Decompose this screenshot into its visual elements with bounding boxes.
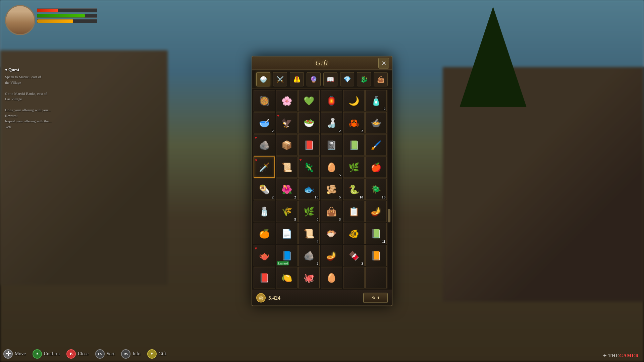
item-cell[interactable]: 🫚5 xyxy=(321,179,342,200)
gift-label: Gift xyxy=(159,351,166,357)
item-cell[interactable]: 🪔 xyxy=(365,201,387,222)
scrollbar-thumb[interactable] xyxy=(388,209,390,223)
item-cell[interactable]: 👜3 xyxy=(321,201,342,222)
item-quantity: 3 xyxy=(361,261,363,265)
item-cell[interactable]: 📦 xyxy=(276,134,298,156)
tab-consumables[interactable]: 🍚 xyxy=(256,72,270,86)
item-cell[interactable]: 🪨 xyxy=(254,134,275,156)
tab-materials[interactable]: 💎 xyxy=(340,72,354,86)
item-cell[interactable]: 📜 xyxy=(276,157,298,178)
scrollbar-track[interactable] xyxy=(387,90,390,289)
tab-accessories[interactable]: 🔮 xyxy=(307,72,321,86)
item-cell[interactable]: 🍎 xyxy=(365,157,387,178)
item-cell[interactable]: 🥚 xyxy=(321,267,342,289)
tab-armor[interactable]: 🦺 xyxy=(290,72,304,86)
item-cell[interactable]: 🥘 xyxy=(254,90,275,112)
item-quantity: 5 xyxy=(339,173,341,177)
item-cell[interactable]: 📜4 xyxy=(298,223,320,244)
item-quantity: 2 xyxy=(272,129,274,133)
item-icon: 🌸 xyxy=(276,90,297,111)
item-quantity: 10 xyxy=(315,195,318,199)
item-cell[interactable] xyxy=(343,267,365,289)
avatar xyxy=(5,5,35,35)
item-cell[interactable]: 🦅 xyxy=(276,112,298,134)
item-cell[interactable]: 📋 xyxy=(343,201,365,222)
item-icon: 🥚 xyxy=(321,267,342,288)
tab-weapons[interactable]: ⚔️ xyxy=(273,72,287,86)
item-icon: 📕 xyxy=(254,267,275,288)
item-cell[interactable]: 📄 xyxy=(276,223,298,244)
item-cell[interactable]: 🐙 xyxy=(298,267,320,289)
item-cell[interactable]: 🥗 xyxy=(298,112,320,134)
item-cell[interactable]: 🪨2 xyxy=(298,245,320,266)
dialog-title: Gift xyxy=(256,59,388,67)
item-cell[interactable]: 🌾5 xyxy=(276,201,298,222)
bottom-hud: ✛ Move A Confirm B Close LS Sort RS Info… xyxy=(3,349,166,359)
y-button-icon: Y xyxy=(147,349,157,359)
item-cell[interactable]: 🍫3 xyxy=(343,245,365,266)
item-cell[interactable]: 🧂 xyxy=(254,201,275,222)
item-icon: 🐡 xyxy=(321,223,342,244)
item-cell[interactable]: 🍶2 xyxy=(321,112,342,134)
item-cell[interactable]: 📓 xyxy=(321,134,342,156)
item-cell[interactable]: 🍊 xyxy=(254,223,275,244)
item-cell[interactable]: 🌙 xyxy=(343,90,365,112)
sort-button[interactable]: Sort xyxy=(363,293,388,303)
move-label: Move xyxy=(15,351,26,357)
item-cell[interactable]: 🌿6 xyxy=(298,201,320,222)
item-cell[interactable]: 📕 xyxy=(298,134,320,156)
item-cell[interactable]: 🪔 xyxy=(321,245,342,266)
tab-misc[interactable]: 👜 xyxy=(374,72,388,86)
coin-icon: ◎ xyxy=(256,293,266,303)
item-cell[interactable]: 🖌️ xyxy=(365,134,387,156)
stamina-bar-fill xyxy=(37,14,85,17)
item-cell[interactable]: 🐟10 xyxy=(298,179,320,200)
ki-bar xyxy=(37,19,97,23)
item-cell[interactable]: 🌸 xyxy=(276,90,298,112)
item-icon: 🍎 xyxy=(366,157,386,178)
item-cell[interactable]: 📘Learned xyxy=(276,245,298,266)
quest-panel: ♦ Quest Speak to Maruki, east of the Vil… xyxy=(5,67,106,129)
item-cell[interactable]: 🌯2 xyxy=(254,179,275,200)
item-quantity: 5 xyxy=(294,217,296,221)
item-cell[interactable]: 🫖 xyxy=(254,245,275,266)
item-cell[interactable]: 🦎 xyxy=(298,157,320,178)
item-quantity: 16 xyxy=(382,195,385,199)
tab-books[interactable]: 📖 xyxy=(323,72,337,86)
item-cell[interactable]: 🥚5 xyxy=(321,157,342,178)
item-cell[interactable]: 📕 xyxy=(254,267,275,289)
ls-button-icon: LS xyxy=(95,349,105,359)
item-cell[interactable]: 🏮 xyxy=(321,90,342,112)
item-cell[interactable]: 🧴2 xyxy=(365,90,387,112)
item-cell[interactable]: 💚 xyxy=(298,90,320,112)
item-icon: 🖌️ xyxy=(366,135,386,156)
b-button-icon: B xyxy=(66,349,76,359)
item-icon: 🐠 xyxy=(343,223,364,244)
item-cell[interactable]: 🐍10 xyxy=(343,179,365,200)
item-cell[interactable]: 🐡 xyxy=(321,223,342,244)
item-cell[interactable]: 🥣2 xyxy=(254,112,275,134)
item-cell[interactable]: 📗 xyxy=(343,134,365,156)
item-icon: 🍋 xyxy=(276,267,297,288)
item-cell[interactable]: 🍋 xyxy=(276,267,298,289)
tab-special[interactable]: 🐉 xyxy=(357,72,371,86)
item-cell[interactable]: 🪲16 xyxy=(365,179,387,200)
item-cell[interactable]: 🦀2 xyxy=(343,112,365,134)
hud-info: RS Info xyxy=(121,349,140,359)
item-cell[interactable]: 🐠 xyxy=(343,223,365,244)
item-icon: 🪔 xyxy=(321,245,342,266)
item-cell[interactable]: 📗11 xyxy=(365,223,387,244)
item-cell[interactable]: 🍲 xyxy=(365,112,387,134)
quest-title: ♦ Quest xyxy=(5,67,106,72)
item-cell[interactable] xyxy=(365,267,387,289)
confirm-label: Confirm xyxy=(44,351,60,357)
item-icon: 💚 xyxy=(299,90,319,111)
item-icon: 📄 xyxy=(276,223,297,244)
item-cell[interactable]: 📙 xyxy=(365,245,387,266)
grid-scroll: 🥘🌸💚🏮🌙🧴2🥣2🦅🥗🍶2🦀2🍲🪨📦📕📓📗🖌️🗡️📜🦎🥚5🌿🍎🌯2🌺2🐟10🫚5… xyxy=(254,90,387,289)
dialog-titlebar: Gift ✕ xyxy=(252,57,392,70)
item-cell[interactable]: 🗡️ xyxy=(254,157,275,178)
item-cell[interactable]: 🌿 xyxy=(343,157,365,178)
close-button[interactable]: ✕ xyxy=(378,58,389,68)
item-cell[interactable]: 🌺2 xyxy=(276,179,298,200)
